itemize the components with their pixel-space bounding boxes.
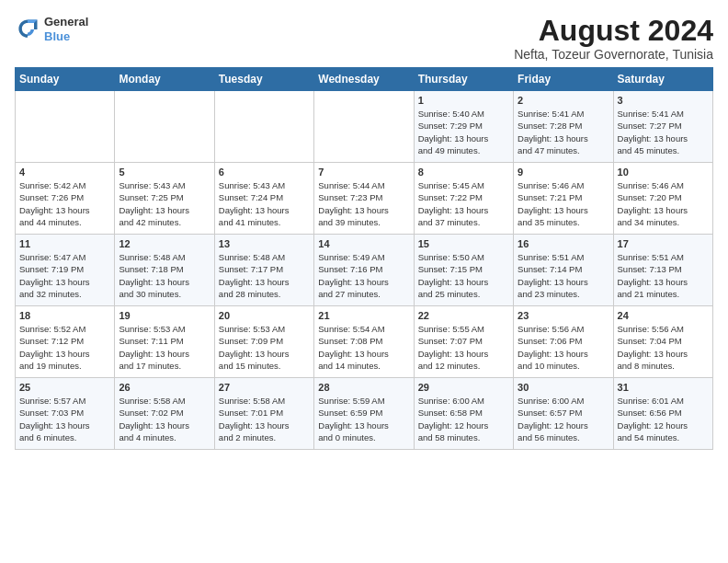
day-info: Sunrise: 6:00 AM Sunset: 6:58 PM Dayligh… [418,395,509,443]
calendar-body: 1Sunrise: 5:40 AM Sunset: 7:29 PM Daylig… [16,91,713,450]
calendar-week-2: 4Sunrise: 5:42 AM Sunset: 7:26 PM Daylig… [16,163,713,235]
day-info: Sunrise: 5:52 AM Sunset: 7:12 PM Dayligh… [19,323,110,372]
day-info: Sunrise: 5:50 AM Sunset: 7:15 PM Dayligh… [418,251,509,300]
calendar-cell: 21Sunrise: 5:54 AM Sunset: 7:08 PM Dayli… [314,306,414,378]
calendar-cell [115,91,214,163]
day-info: Sunrise: 5:51 AM Sunset: 7:14 PM Dayligh… [518,251,609,300]
day-info: Sunrise: 5:58 AM Sunset: 7:01 PM Dayligh… [219,395,310,443]
calendar-cell: 13Sunrise: 5:48 AM Sunset: 7:17 PM Dayli… [214,235,313,306]
day-number: 29 [418,382,509,393]
calendar-week-5: 25Sunrise: 5:57 AM Sunset: 7:03 PM Dayli… [16,378,713,450]
weekday-header-monday: Monday [115,68,214,91]
day-info: Sunrise: 5:46 AM Sunset: 7:20 PM Dayligh… [618,179,709,228]
calendar-cell: 20Sunrise: 5:53 AM Sunset: 7:09 PM Dayli… [214,306,313,378]
day-info: Sunrise: 5:40 AM Sunset: 7:29 PM Dayligh… [418,108,509,156]
day-info: Sunrise: 5:56 AM Sunset: 7:04 PM Dayligh… [618,323,709,372]
calendar-cell [16,91,115,163]
day-info: Sunrise: 5:56 AM Sunset: 7:06 PM Dayligh… [518,323,609,372]
day-number: 7 [318,167,409,178]
day-number: 21 [318,310,409,321]
logo-text: General Blue [44,15,88,43]
day-number: 12 [119,238,210,249]
day-number: 14 [318,238,409,249]
day-number: 28 [318,382,409,393]
month-year-title: August 2024 [514,15,713,47]
day-info: Sunrise: 5:45 AM Sunset: 7:22 PM Dayligh… [418,179,509,228]
day-info: Sunrise: 5:48 AM Sunset: 7:17 PM Dayligh… [219,251,310,300]
day-number: 20 [219,310,310,321]
day-info: Sunrise: 5:51 AM Sunset: 7:13 PM Dayligh… [618,251,709,300]
calendar-cell: 7Sunrise: 5:44 AM Sunset: 7:23 PM Daylig… [314,163,414,235]
day-number: 23 [518,310,609,321]
weekday-header-friday: Friday [514,68,613,91]
day-number: 30 [518,382,609,393]
day-info: Sunrise: 5:59 AM Sunset: 6:59 PM Dayligh… [318,395,409,443]
day-info: Sunrise: 5:43 AM Sunset: 7:24 PM Dayligh… [219,179,310,228]
day-number: 16 [518,238,609,249]
calendar-cell [314,91,414,163]
day-info: Sunrise: 5:54 AM Sunset: 7:08 PM Dayligh… [318,323,409,372]
day-number: 15 [418,238,509,249]
day-info: Sunrise: 5:58 AM Sunset: 7:02 PM Dayligh… [119,395,210,443]
calendar-cell: 4Sunrise: 5:42 AM Sunset: 7:26 PM Daylig… [16,163,115,235]
calendar-cell: 9Sunrise: 5:46 AM Sunset: 7:21 PM Daylig… [514,163,613,235]
day-number: 5 [119,167,210,178]
day-number: 18 [19,310,110,321]
day-number: 10 [618,167,709,178]
calendar-header: SundayMondayTuesdayWednesdayThursdayFrid… [16,68,713,91]
logo-blue-text: Blue [44,29,88,44]
day-number: 25 [19,382,110,393]
calendar-cell: 24Sunrise: 5:56 AM Sunset: 7:04 PM Dayli… [613,306,712,378]
day-info: Sunrise: 5:43 AM Sunset: 7:25 PM Dayligh… [119,179,210,228]
logo-general-text: General [44,15,88,29]
day-info: Sunrise: 5:53 AM Sunset: 7:09 PM Dayligh… [219,323,310,372]
calendar-cell: 26Sunrise: 5:58 AM Sunset: 7:02 PM Dayli… [115,378,214,450]
calendar-cell: 28Sunrise: 5:59 AM Sunset: 6:59 PM Dayli… [314,378,414,450]
calendar-cell: 14Sunrise: 5:49 AM Sunset: 7:16 PM Dayli… [314,235,414,306]
day-info: Sunrise: 5:42 AM Sunset: 7:26 PM Dayligh… [19,179,110,228]
weekday-header-row: SundayMondayTuesdayWednesdayThursdayFrid… [16,68,713,91]
day-info: Sunrise: 5:41 AM Sunset: 7:28 PM Dayligh… [518,108,609,156]
calendar-cell: 22Sunrise: 5:55 AM Sunset: 7:07 PM Dayli… [414,306,513,378]
weekday-header-wednesday: Wednesday [314,68,414,91]
calendar-cell: 10Sunrise: 5:46 AM Sunset: 7:20 PM Dayli… [613,163,712,235]
day-info: Sunrise: 5:53 AM Sunset: 7:11 PM Dayligh… [119,323,210,372]
day-info: Sunrise: 6:00 AM Sunset: 6:57 PM Dayligh… [518,395,609,443]
day-number: 3 [618,95,709,106]
calendar-week-4: 18Sunrise: 5:52 AM Sunset: 7:12 PM Dayli… [16,306,713,378]
day-info: Sunrise: 5:41 AM Sunset: 7:27 PM Dayligh… [618,108,709,156]
weekday-header-tuesday: Tuesday [214,68,313,91]
calendar-week-3: 11Sunrise: 5:47 AM Sunset: 7:19 PM Dayli… [16,235,713,306]
day-info: Sunrise: 5:47 AM Sunset: 7:19 PM Dayligh… [19,251,110,300]
calendar-cell [214,91,313,163]
weekday-header-sunday: Sunday [16,68,115,91]
calendar-cell: 19Sunrise: 5:53 AM Sunset: 7:11 PM Dayli… [115,306,214,378]
title-block: August 2024 Nefta, Tozeur Governorate, T… [514,15,713,62]
day-info: Sunrise: 5:49 AM Sunset: 7:16 PM Dayligh… [318,251,409,300]
day-number: 1 [418,95,509,106]
day-number: 26 [119,382,210,393]
calendar-cell: 1Sunrise: 5:40 AM Sunset: 7:29 PM Daylig… [414,91,513,163]
day-number: 2 [518,95,609,106]
day-number: 19 [119,310,210,321]
calendar-table: SundayMondayTuesdayWednesdayThursdayFrid… [15,67,713,450]
calendar-cell: 12Sunrise: 5:48 AM Sunset: 7:18 PM Dayli… [115,235,214,306]
calendar-week-1: 1Sunrise: 5:40 AM Sunset: 7:29 PM Daylig… [16,91,713,163]
calendar-cell: 5Sunrise: 5:43 AM Sunset: 7:25 PM Daylig… [115,163,214,235]
day-info: Sunrise: 5:48 AM Sunset: 7:18 PM Dayligh… [119,251,210,300]
header: General Blue August 2024 Nefta, Tozeur G… [15,15,713,62]
calendar-cell: 2Sunrise: 5:41 AM Sunset: 7:28 PM Daylig… [514,91,613,163]
calendar-cell: 15Sunrise: 5:50 AM Sunset: 7:15 PM Dayli… [414,235,513,306]
calendar-cell: 23Sunrise: 5:56 AM Sunset: 7:06 PM Dayli… [514,306,613,378]
day-info: Sunrise: 6:01 AM Sunset: 6:56 PM Dayligh… [618,395,709,443]
calendar-cell: 6Sunrise: 5:43 AM Sunset: 7:24 PM Daylig… [214,163,313,235]
calendar-cell: 3Sunrise: 5:41 AM Sunset: 7:27 PM Daylig… [613,91,712,163]
location-subtitle: Nefta, Tozeur Governorate, Tunisia [514,47,713,62]
calendar-cell: 11Sunrise: 5:47 AM Sunset: 7:19 PM Dayli… [16,235,115,306]
calendar-cell: 31Sunrise: 6:01 AM Sunset: 6:56 PM Dayli… [613,378,712,450]
calendar-cell: 18Sunrise: 5:52 AM Sunset: 7:12 PM Dayli… [16,306,115,378]
day-number: 27 [219,382,310,393]
calendar-cell: 17Sunrise: 5:51 AM Sunset: 7:13 PM Dayli… [613,235,712,306]
day-number: 22 [418,310,509,321]
day-info: Sunrise: 5:55 AM Sunset: 7:07 PM Dayligh… [418,323,509,372]
